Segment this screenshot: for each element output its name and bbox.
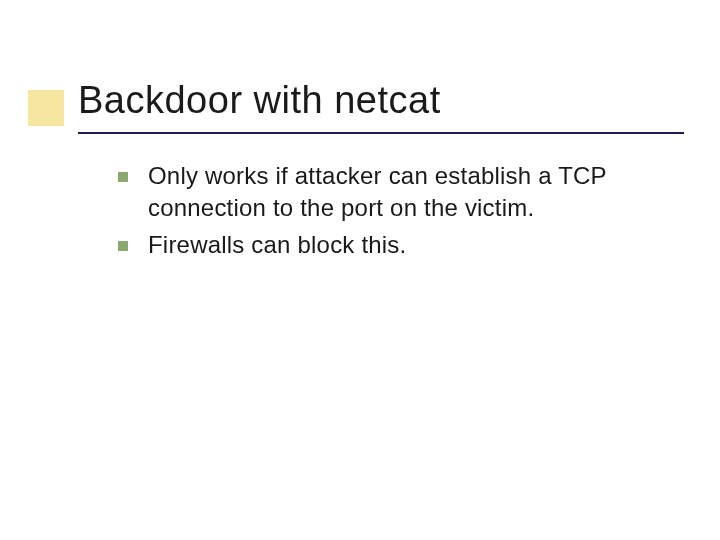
list-item: Firewalls can block this.: [118, 229, 696, 261]
title-container: Backdoor with netcat: [78, 80, 690, 128]
list-item: Only works if attacker can establish a T…: [118, 160, 696, 225]
square-bullet-icon: [118, 241, 128, 251]
slide-title: Backdoor with netcat: [78, 80, 690, 122]
title-underline: [78, 132, 684, 134]
title-accent-box: [28, 90, 64, 126]
body-content: Only works if attacker can establish a T…: [118, 160, 696, 265]
bullet-text: Only works if attacker can establish a T…: [148, 160, 696, 225]
slide: Backdoor with netcat Only works if attac…: [0, 0, 720, 540]
square-bullet-icon: [118, 172, 128, 182]
bullet-text: Firewalls can block this.: [148, 229, 406, 261]
